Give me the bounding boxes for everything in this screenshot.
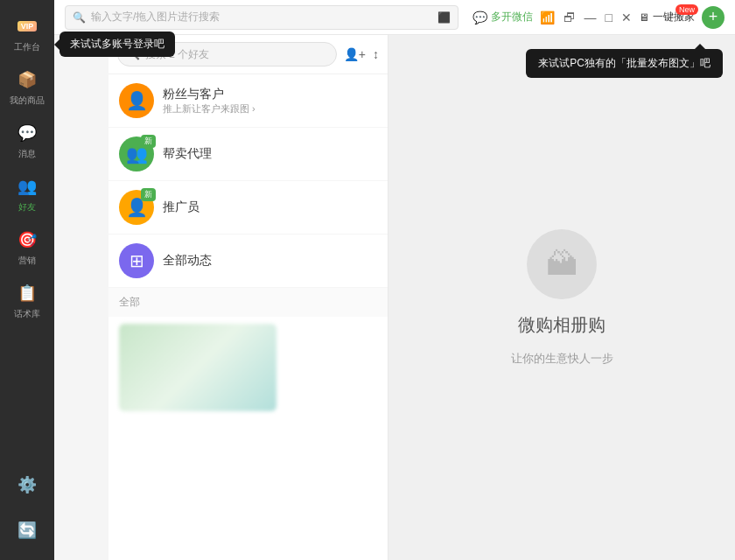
sidebar-label-friends: 好友 (18, 201, 36, 214)
maximize-icon[interactable]: □ (606, 10, 612, 24)
right-panel-title: 微购相册购 (518, 313, 606, 337)
sidebar-item-goods[interactable]: 📦 我的商品 (0, 60, 54, 114)
minimize-icon[interactable]: — (584, 10, 597, 24)
group-item-fans[interactable]: 👤 粉丝与客户 推上新让客户来跟图 › (108, 74, 388, 128)
scripts-icon: 📋 (15, 281, 39, 305)
sidebar-item-marketing[interactable]: 🎯 营销 (0, 220, 54, 274)
group-item-promoters[interactable]: 👤 新 推广员 (108, 181, 388, 234)
wechat-icon: 💬 (472, 10, 487, 24)
sidebar-item-friends[interactable]: 👥 好友 (0, 167, 54, 220)
refresh-icon: 🔄 (15, 518, 39, 542)
sidebar-item-refresh[interactable]: 🔄 (0, 511, 54, 550)
move-icon: 🖥 (639, 11, 649, 24)
friends-panel: 🔍 搜索 2 个好友 👤+ ↕ 👤 粉丝与客户 推上新让客户来跟图 › (108, 35, 388, 560)
sidebar-label-marketing: 营销 (18, 255, 36, 267)
window-icon: 🗗 (564, 10, 576, 24)
add-button[interactable]: + (702, 6, 724, 29)
agents-new-tag: 新 (141, 135, 156, 148)
search-icon: 🔍 (73, 11, 86, 24)
right-panel-subtitle: 让你的生意快人一步 (511, 351, 613, 367)
signal-icon: 📶 (540, 10, 555, 24)
tooltip-publish: 来试试PC独有的「批量发布图文」吧 (526, 49, 723, 78)
right-panel-icon: 🏔 (527, 229, 597, 299)
sidebar-label-messages: 消息 (18, 148, 36, 160)
right-panel: 🏔 微购相册购 让你的生意快人一步 (388, 35, 735, 560)
image-search-icon: ⬛ (438, 11, 451, 24)
sidebar-item-scripts[interactable]: 📋 话术库 (0, 274, 54, 327)
fans-avatar: 👤 (119, 83, 154, 118)
sidebar-label-workbench: 工作台 (14, 41, 40, 53)
sidebar-item-settings[interactable]: ⚙️ (0, 466, 54, 504)
promoters-name: 推广员 (163, 200, 200, 215)
main-content: 🔍 搜索 2 个好友 👤+ ↕ 👤 粉丝与客户 推上新让客户来跟图 › (108, 35, 735, 560)
add-friend-icon[interactable]: 👤+ (344, 47, 366, 61)
tooltip-login: 来试试多账号登录吧 (60, 32, 175, 57)
promoters-avatar: 👤 新 (119, 190, 154, 225)
search-placeholder: 输入文字/拖入图片进行搜索 (91, 10, 220, 24)
sidebar-bottom: ⚙️ 🔄 (0, 466, 54, 560)
agents-info: 帮卖代理 (163, 146, 212, 162)
settings-icon: ⚙️ (15, 472, 39, 497)
sidebar-item-messages[interactable]: 💬 消息 (0, 114, 54, 167)
new-badge: New (676, 4, 698, 15)
agents-name: 帮卖代理 (163, 146, 212, 162)
marketing-icon: 🎯 (15, 228, 39, 252)
section-title-all: 全部 (108, 288, 388, 317)
sidebar: VIP 工作台 📦 我的商品 💬 消息 👥 好友 🎯 营销 📋 话术库 ⚙️ 🔄 (0, 0, 54, 560)
fans-info: 粉丝与客户 推上新让客户来跟图 › (163, 87, 256, 116)
goods-icon: 📦 (15, 67, 39, 92)
sidebar-label-goods: 我的商品 (10, 94, 45, 107)
group-item-all-moments[interactable]: ⊞ 全部动态 (108, 234, 388, 288)
multi-wechat-button[interactable]: 💬 多开微信 (472, 10, 533, 24)
topbar-icons: 📶 🗗 — □ ✕ (540, 10, 632, 24)
workbench-icon: VIP (15, 14, 39, 38)
friends-search-actions: 👤+ ↕ (344, 47, 379, 61)
sidebar-label-scripts: 话术库 (14, 308, 40, 320)
fans-desc: 推上新让客户来跟图 › (163, 102, 256, 116)
topbar-right: 💬 多开微信 📶 🗗 — □ ✕ 🖥 一键搬家 New + (472, 6, 724, 29)
group-item-agents[interactable]: 👥 新 帮卖代理 (108, 128, 388, 181)
one-key-button[interactable]: 🖥 一键搬家 New (639, 10, 695, 24)
search-box[interactable]: 🔍 输入文字/拖入图片进行搜索 ⬛ (65, 5, 458, 30)
topbar: 🔍 输入文字/拖入图片进行搜索 ⬛ 💬 多开微信 📶 🗗 — □ ✕ 🖥 一键搬… (54, 0, 735, 35)
fans-name: 粉丝与客户 (163, 87, 256, 102)
all-moments-name: 全部动态 (163, 253, 212, 269)
all-moments-info: 全部动态 (163, 253, 212, 269)
close-icon[interactable]: ✕ (621, 10, 632, 24)
friends-list: 👤 粉丝与客户 推上新让客户来跟图 › 👥 新 帮卖代理 (108, 74, 388, 560)
all-moments-avatar: ⊞ (119, 243, 154, 278)
sort-icon[interactable]: ↕ (373, 47, 379, 61)
promoters-info: 推广员 (163, 200, 200, 215)
content-card (119, 324, 276, 411)
friends-icon: 👥 (15, 174, 39, 199)
sidebar-item-workbench[interactable]: VIP 工作台 (0, 7, 54, 60)
agents-avatar: 👥 新 (119, 136, 154, 172)
promoters-new-tag: 新 (141, 188, 156, 201)
messages-icon: 💬 (15, 121, 39, 145)
